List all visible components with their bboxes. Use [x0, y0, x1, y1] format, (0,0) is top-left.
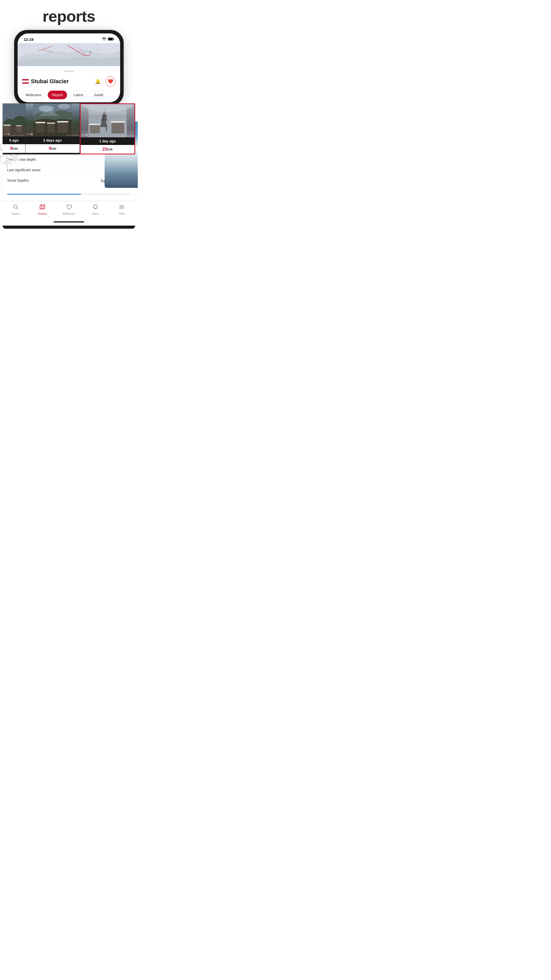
svg-point-30 — [120, 205, 121, 206]
webcam-time-1: 5 ago — [3, 137, 25, 144]
svg-rect-14 — [58, 122, 68, 133]
webcam-image-3: W▪▪D▌▌ cached 2024/05/07 — [81, 104, 135, 137]
svg-rect-22 — [106, 127, 107, 131]
webcam-snow-2: 9cm — [25, 144, 79, 153]
webcam-snow-3: 23cm — [81, 145, 135, 154]
svg-rect-17 — [57, 121, 68, 123]
progress-bar-fill — [7, 194, 81, 195]
home-indicator — [54, 221, 84, 223]
nav-picks[interactable]: Picks — [114, 204, 130, 215]
svg-rect-12 — [36, 123, 45, 133]
webcam-card-partial[interactable]: W▪▪D▌▌ cached 2024/05/05 5 ago 9cm — [3, 103, 25, 154]
progress-bar-track — [7, 194, 130, 195]
search-icon — [13, 204, 19, 212]
tab-bar: Webcams Report Latest Guide — [17, 89, 120, 102]
bottom-nav-wrapper: Search Resorts MyResorts — [3, 201, 135, 219]
svg-point-32 — [120, 208, 121, 209]
nav-resorts-label: Resorts — [38, 212, 47, 215]
svg-rect-16 — [47, 123, 55, 124]
svg-point-19 — [58, 104, 70, 109]
webcam-watermark-2: W▪▪D▌▌ — [27, 133, 33, 135]
bottom-nav: Search Resorts MyResorts — [3, 201, 135, 219]
webcam-card-3-highlighted[interactable]: W▪▪D▌▌ cached 2024/05/07 1 day ago 23cm — [80, 103, 135, 154]
webcam-image-2: W▪▪D▌▌ cached 2024/05/06 — [25, 103, 79, 137]
webcam-cache-1: cached 2024/05/05 — [11, 135, 24, 136]
nav-alerts[interactable]: Alerts — [88, 204, 103, 215]
bell-outline-icon — [92, 204, 98, 212]
tab-webcams[interactable]: Webcams — [21, 91, 46, 99]
snow-depths-label: Snow Depths: — [7, 178, 29, 183]
phone-frame: 12:19 — [14, 30, 124, 106]
page-title: reports — [0, 0, 138, 30]
webcam-overlay: W▪▪D▌▌ cached 2024/05/05 5 ago 9cm — [0, 103, 138, 154]
resort-name: Stubai Glacier — [31, 78, 68, 85]
webcam-watermark-3: W▪▪D▌▌ — [82, 134, 89, 136]
tab-latest[interactable]: Latest — [69, 91, 87, 99]
svg-rect-7 — [4, 125, 10, 133]
nav-search[interactable]: Search — [8, 204, 24, 215]
flag-austria — [22, 79, 29, 84]
svg-rect-25 — [111, 121, 124, 123]
tab-guide[interactable]: Guide — [89, 91, 108, 99]
svg-rect-13 — [48, 123, 55, 133]
nav-search-label: Search — [12, 212, 20, 215]
svg-rect-23 — [111, 122, 124, 134]
svg-rect-1 — [114, 38, 114, 40]
app-container: ❄ reports 12:19 — [0, 0, 138, 229]
svg-rect-10 — [16, 125, 22, 126]
nav-myresorts[interactable]: MyResorts — [61, 204, 76, 215]
favorite-button[interactable]: ❤️ — [105, 76, 116, 86]
map-icon — [39, 204, 45, 212]
nav-resorts[interactable]: Resorts — [35, 204, 50, 215]
heart-outline-icon — [66, 204, 72, 212]
nav-picks-label: Picks — [119, 212, 125, 215]
notification-button[interactable]: 🔔 — [93, 76, 103, 86]
resort-title: Stubai Glacier — [22, 78, 68, 85]
svg-point-5 — [98, 50, 99, 51]
phone-frame-bottom — [3, 226, 135, 229]
wifi-icon — [102, 37, 106, 41]
webcam-time-2: 2 days ago — [25, 137, 79, 144]
webcam-cache-3: cached 2024/05/07 — [121, 135, 134, 137]
progress-bar-container — [3, 191, 135, 201]
svg-rect-9 — [3, 124, 11, 126]
bell-icon: 🔔 — [95, 79, 100, 84]
nav-myresorts-label: MyResorts — [63, 212, 75, 215]
drag-indicator — [17, 66, 120, 74]
webcam-time-3: 1 day ago — [81, 137, 135, 145]
webcam-cache-2: cached 2024/05/06 — [65, 135, 79, 136]
webcam-card-2[interactable]: W▪▪D▌▌ cached 2024/05/06 2 days ago 9cm — [25, 103, 80, 154]
home-indicator-area — [3, 219, 135, 226]
status-bar: 12:19 — [17, 33, 120, 43]
svg-rect-8 — [16, 126, 21, 132]
svg-rect-24 — [89, 124, 100, 134]
webcam-watermark-1: W▪▪D▌▌ — [3, 133, 11, 135]
webcam-snow-1: 9cm — [3, 144, 25, 153]
svg-rect-26 — [89, 124, 100, 125]
app-header: Stubai Glacier 🔔 ❤️ — [17, 74, 120, 89]
header-actions: 🔔 ❤️ — [93, 76, 116, 86]
nav-alerts-label: Alerts — [92, 212, 99, 215]
tab-report[interactable]: Report — [48, 91, 67, 99]
status-time: 12:19 — [24, 37, 33, 41]
picks-icon — [119, 204, 125, 212]
webcam-image-1: W▪▪D▌▌ cached 2024/05/05 — [3, 103, 25, 137]
status-icons — [102, 37, 114, 41]
svg-rect-2 — [108, 38, 113, 40]
battery-icon — [108, 37, 114, 41]
svg-point-31 — [120, 207, 121, 207]
heart-icon: ❤️ — [108, 79, 113, 84]
svg-rect-15 — [35, 122, 45, 123]
phone-screen: 12:19 — [17, 33, 120, 102]
map-area — [17, 43, 120, 66]
svg-point-18 — [38, 105, 54, 111]
svg-point-4 — [90, 52, 91, 53]
